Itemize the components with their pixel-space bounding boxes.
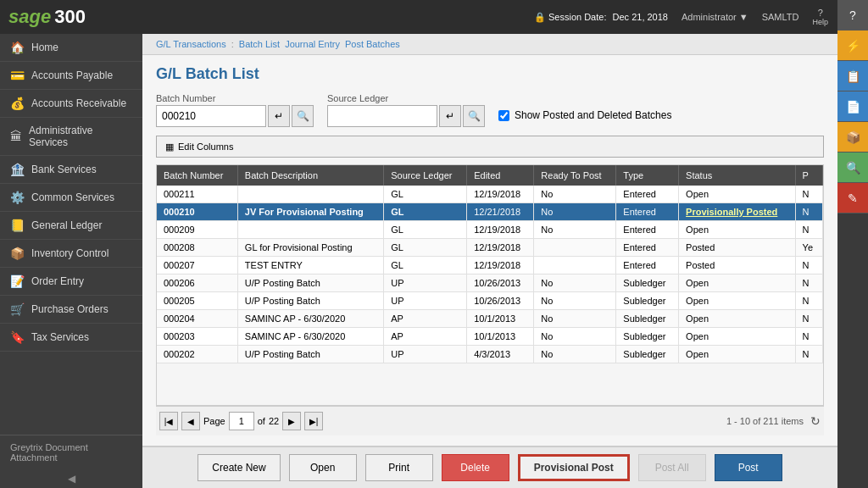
sidebar-item-purchase-orders[interactable]: 🛒 Purchase Orders — [0, 296, 142, 324]
cell-p: N — [795, 292, 822, 310]
admin-services-icon: 🏛 — [10, 130, 22, 143]
breadcrumb: G/L Transactions : Batch List Journal En… — [142, 34, 837, 55]
page-title: G/L Batch List — [156, 65, 824, 83]
table-row[interactable]: 000208 GL for Provisional Posting GL 12/… — [157, 239, 823, 257]
table-row[interactable]: 000207 TEST ENTRY GL 12/19/2018 Entered … — [157, 257, 823, 274]
breadcrumb-journal-entry[interactable]: Journal Entry — [285, 39, 340, 49]
col-batch-description: Batch Description — [237, 165, 383, 186]
cell-ready-to-post: No — [534, 203, 616, 221]
post-button[interactable]: Post — [715, 454, 782, 481]
sidebar-item-accounts-payable[interactable]: 💳 Accounts Payable — [0, 62, 142, 90]
cell-edited: 12/19/2018 — [467, 221, 534, 239]
refresh-button[interactable]: ↻ — [810, 414, 821, 428]
cell-ready-to-post: No — [534, 310, 616, 328]
sidebar-label-accounts-receivable: Accounts Receivable — [31, 97, 126, 109]
cell-status: Open — [679, 328, 796, 346]
open-button[interactable]: Open — [289, 454, 357, 481]
post-all-button[interactable]: Post All — [638, 454, 706, 481]
cell-type: Subledger — [616, 310, 679, 328]
help-button[interactable]: ? Help — [812, 8, 828, 26]
cell-type: Entered — [616, 239, 679, 257]
cell-edited: 12/19/2018 — [467, 239, 534, 257]
main-layout: 🏠 Home 💳 Accounts Payable 💰 Accounts Rec… — [0, 34, 868, 488]
sidebar-tool-4[interactable]: 🔍 — [837, 152, 868, 183]
breadcrumb-post-batches[interactable]: Post Batches — [345, 39, 400, 49]
sidebar-item-inventory-control[interactable]: 📦 Inventory Control — [0, 240, 142, 268]
sidebar-tool-2[interactable]: 📄 — [837, 92, 868, 122]
cell-batch-number: 000206 — [157, 274, 237, 292]
sidebar-label-order-entry: Order Entry — [31, 275, 84, 287]
table-row[interactable]: 000204 SAMINC AP - 6/30/2020 AP 10/1/201… — [157, 310, 823, 328]
table-row[interactable]: 000210 JV For Provisional Posting GL 12/… — [157, 203, 823, 221]
admin-dropdown[interactable]: Administrator ▼ — [682, 12, 748, 22]
cell-edited: 12/19/2018 — [467, 257, 534, 274]
cell-batch-number: 000208 — [157, 239, 237, 257]
batch-number-input[interactable] — [156, 105, 266, 127]
sidebar-item-bank-services[interactable]: 🏦 Bank Services — [0, 156, 142, 184]
breadcrumb-batch-list[interactable]: Batch List — [239, 39, 280, 49]
cell-p: N — [795, 203, 822, 221]
last-page-btn[interactable]: ▶| — [304, 412, 323, 430]
cell-edited: 10/1/2013 — [467, 328, 534, 346]
source-ledger-enter-btn[interactable]: ↵ — [439, 105, 461, 127]
tax-services-icon: 🔖 — [10, 330, 25, 344]
sidebar-item-common-services[interactable]: ⚙️ Common Services — [0, 184, 142, 212]
col-edited: Edited — [467, 165, 534, 186]
provisional-post-button[interactable]: Provisional Post — [518, 454, 630, 481]
sidebar-label-tax-services: Tax Services — [31, 331, 89, 343]
batch-number-enter-btn[interactable]: ↵ — [268, 105, 290, 127]
table-row[interactable]: 000203 SAMINC AP - 6/30/2020 AP 10/1/201… — [157, 328, 823, 346]
table-row[interactable]: 000202 U/P Posting Batch UP 4/3/2013 No … — [157, 346, 823, 363]
cell-p: N — [795, 346, 822, 363]
batch-list-table: Batch Number Batch Description Source Le… — [157, 165, 823, 363]
sidebar-label-accounts-payable: Accounts Payable — [31, 69, 113, 81]
table-row[interactable]: 000206 U/P Posting Batch UP 10/26/2013 N… — [157, 274, 823, 292]
table-row[interactable]: 000209 GL 12/19/2018 No Entered Open N — [157, 221, 823, 239]
sidebar-item-greytrix[interactable]: Greytrix Document Attachment — [0, 435, 142, 469]
cell-ready-to-post: No — [534, 328, 616, 346]
sidebar-item-accounts-receivable[interactable]: 💰 Accounts Receivable — [0, 90, 142, 118]
cell-ready-to-post — [534, 257, 616, 274]
sidebar-item-general-ledger[interactable]: 📒 General Ledger — [0, 212, 142, 240]
next-page-btn[interactable]: ▶ — [282, 412, 301, 430]
show-posted-label: Show Posted and Deleted Batches — [515, 109, 671, 121]
cell-description: U/P Posting Batch — [237, 274, 383, 292]
cell-status: Open — [679, 346, 796, 363]
batch-number-search-btn[interactable]: 🔍 — [292, 105, 314, 127]
table-header-row: Batch Number Batch Description Source Le… — [157, 165, 823, 186]
col-source-ledger: Source Ledger — [384, 165, 467, 186]
table-row[interactable]: 000211 GL 12/19/2018 No Entered Open N — [157, 186, 823, 203]
sidebar-item-tax-services[interactable]: 🔖 Tax Services — [0, 324, 142, 352]
cell-source-ledger: AP — [384, 310, 467, 328]
tools-icon[interactable]: ⚡ — [837, 30, 868, 61]
source-ledger-search-btn[interactable]: 🔍 — [463, 105, 485, 127]
sidebar-item-home[interactable]: 🏠 Home — [0, 34, 142, 62]
create-new-button[interactable]: Create New — [198, 454, 280, 481]
sidebar-item-order-entry[interactable]: 📝 Order Entry — [0, 268, 142, 296]
header-right: 🔒 Session Date: Dec 21, 2018 Administrat… — [534, 8, 860, 27]
sidebar-label-bank-services: Bank Services — [31, 164, 97, 175]
cell-batch-number: 000204 — [157, 310, 237, 328]
first-page-btn[interactable]: |◀ — [159, 412, 178, 430]
delete-button[interactable]: Delete — [442, 454, 509, 481]
sidebar-tool-1[interactable]: 📋 — [837, 61, 868, 92]
prev-page-btn[interactable]: ◀ — [181, 412, 200, 430]
sidebar-resize-handle[interactable]: ◀ — [0, 469, 142, 488]
show-posted-checkbox[interactable] — [498, 110, 509, 121]
sidebar-tool-5[interactable]: ✎ — [837, 183, 868, 214]
page-navigation: |◀ ◀ Page of 22 ▶ ▶| — [159, 412, 323, 430]
print-button[interactable]: Print — [365, 454, 433, 481]
cell-p: N — [795, 310, 822, 328]
col-ready-to-post: Ready To Post — [534, 165, 616, 186]
breadcrumb-gl-transactions[interactable]: G/L Transactions — [156, 39, 226, 49]
page-number-input[interactable] — [229, 412, 254, 430]
sidebar-tool-3[interactable]: 📦 — [837, 122, 868, 152]
cell-ready-to-post: No — [534, 346, 616, 363]
accounts-payable-icon: 💳 — [10, 69, 25, 82]
table-row[interactable]: 000205 U/P Posting Batch UP 10/26/2013 N… — [157, 292, 823, 310]
source-ledger-input[interactable] — [327, 105, 437, 127]
sidebar-item-administrative-services[interactable]: 🏛 Administrative Services — [0, 118, 142, 156]
edit-columns-button[interactable]: ▦ Edit Columns — [156, 136, 824, 158]
help-icon[interactable]: ? — [837, 0, 868, 30]
source-ledger-label: Source Ledger — [327, 93, 485, 103]
